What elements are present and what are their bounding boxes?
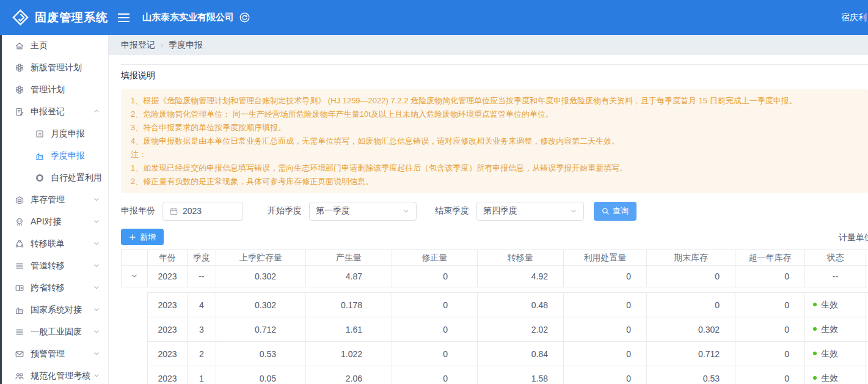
status-label: 生效	[821, 300, 838, 309]
chevron-down-icon	[93, 218, 100, 225]
sidebar-item-national-system[interactable]: 国家系统对接	[2, 299, 108, 321]
sidebar-item-quarterly-report[interactable]: 季度申报	[2, 145, 108, 167]
sidebar-item-label: API对接	[31, 216, 62, 227]
user-name[interactable]: 宿庆利	[841, 12, 868, 23]
breadcrumb: 申报登记 › 季度申报	[109, 35, 868, 55]
logo-block: 固废管理系统	[0, 9, 109, 26]
pipeline-transfer-icon	[15, 261, 24, 271]
start-quarter-select[interactable]: 第一季度	[309, 202, 417, 221]
value-cell: 0	[564, 266, 647, 287]
column-header: 期末库存	[647, 250, 735, 266]
status-cell: 生效	[805, 342, 866, 366]
sidebar-item-label: 管道转移	[31, 260, 65, 271]
chevron-down-icon	[403, 207, 410, 215]
value-cell: 0	[735, 342, 805, 366]
column-header: 利用处置量	[564, 250, 647, 266]
national-system-icon	[15, 305, 24, 315]
panel-divider	[121, 64, 868, 65]
plan-icon	[15, 85, 24, 95]
table-detail-body: 202340.3020.17800.48000生效202330.7121.610…	[148, 293, 868, 384]
summary-row: 2023--0.3024.8704.92000--	[122, 266, 868, 287]
quarter-cell: 2	[188, 342, 216, 366]
sidebar-item-cross-province[interactable]: 跨省转移	[2, 277, 108, 299]
instruction-line: 4、废物申报数据是由本单位日常业务汇总而成，无需单位填写，如废物汇总信息错误，请…	[131, 135, 858, 148]
sidebar-item-home[interactable]: 主页	[2, 35, 108, 57]
value-cell: 1.58	[478, 366, 564, 384]
value-cell: 2.02	[478, 317, 564, 342]
sidebar-item-new-plan[interactable]: 新版管理计划	[2, 57, 108, 79]
value-cell: 0	[392, 342, 478, 366]
app-logo-icon	[12, 9, 29, 26]
app-title: 固废管理系统	[35, 10, 108, 26]
status-cell: 生效	[805, 293, 866, 317]
breadcrumb-item-declaration[interactable]: 申报登记	[121, 40, 155, 51]
sidebar-item-self-disposal[interactable]: 自行处置利用	[2, 167, 108, 189]
year-cell: 2023	[148, 293, 188, 317]
column-header: 修正量	[392, 250, 478, 266]
value-cell: 4.92	[478, 266, 564, 287]
sidebar-item-label: 季度申报	[51, 150, 85, 161]
value-cell: 0	[392, 266, 478, 287]
table-toolbar: 新增 计量单位	[121, 229, 868, 245]
sidebar-item-assessment[interactable]: 规范化管理考核	[2, 365, 108, 384]
chevron-down-icon	[93, 372, 100, 379]
svg-text:月: 月	[38, 132, 42, 137]
sidebar-item-monthly-report[interactable]: 月月度申报	[2, 123, 108, 145]
sidebar-item-label: 新版管理计划	[31, 62, 82, 73]
search-icon	[602, 207, 610, 215]
add-button[interactable]: 新增	[121, 229, 164, 245]
sidebar-item-label: 自行处置利用	[51, 172, 102, 183]
sidebar-item-declaration[interactable]: 申报登记	[2, 101, 108, 123]
value-cell: 0.48	[478, 293, 564, 317]
instruction-line: 2、修正量有负数的是正常现象，具体可参考库存修正页面说明信息。	[131, 175, 858, 188]
refresh-icon[interactable]	[239, 12, 250, 23]
quarterly-report-table: 年份季度上季贮存量产生量修正量转移量利用处置量期末库存超一年库存状态 2023-…	[121, 249, 868, 287]
start-quarter-label: 开始季度	[268, 205, 302, 216]
menu-toggle-icon[interactable]	[117, 13, 130, 23]
status-dot-icon	[813, 303, 817, 306]
api-icon	[15, 217, 24, 227]
instruction-line: 1、如发现已经提交的申报信息填写错误，需向生态环境部门申请删除该季度起往后（包含…	[131, 161, 858, 175]
expand-row-icon[interactable]	[122, 266, 148, 287]
value-cell: 0	[735, 366, 805, 384]
status-cell: 生效	[805, 317, 866, 342]
sidebar-item-pipeline-transfer[interactable]: 管道转移	[2, 255, 108, 277]
instruction-line: 3、符合申报要求的单位按季度按顺序填报。	[131, 121, 858, 135]
breadcrumb-item-quarterly[interactable]: 季度申报	[169, 40, 203, 51]
quarter-cell: 4	[188, 293, 216, 317]
value-cell: 1.022	[306, 342, 392, 366]
plus-icon	[129, 234, 136, 241]
sidebar-item-api[interactable]: API对接	[2, 211, 108, 233]
status-dot-icon	[813, 352, 817, 355]
value-cell: 0	[564, 317, 647, 342]
sidebar-item-general-waste[interactable]: 一般工业固废	[2, 321, 108, 343]
status-cell: 生效	[805, 366, 866, 384]
sidebar-item-alert[interactable]: 预警管理	[2, 343, 108, 365]
status-label: 生效	[821, 373, 838, 383]
sidebar-item-label: 跨省转移	[31, 282, 65, 294]
table-summary-body: 2023--0.3024.8704.92000--	[122, 266, 868, 287]
sidebar-item-label: 月度申报	[51, 128, 85, 139]
column-header: 产生量	[306, 250, 392, 266]
sidebar-item-label: 库存管理	[31, 194, 65, 205]
search-button[interactable]: 查询	[594, 202, 636, 221]
quarter-cell: 1	[188, 366, 216, 384]
sidebar-item-plan[interactable]: 管理计划	[2, 79, 108, 101]
value-cell: 0.53	[216, 342, 306, 366]
sidebar-menu: 主页新版管理计划管理计划申报登记月月度申报季度申报自行处置利用库存管理API对接…	[2, 35, 109, 384]
value-cell: 0.302	[216, 266, 306, 287]
instruction-line: 2、危险废物简化管理单位： 同一生产经营场所危险废物年产生量10t及以上且未纳入…	[131, 108, 858, 121]
value-cell: 0	[564, 342, 647, 366]
sidebar-item-label: 管理计划	[31, 84, 65, 95]
home-icon	[15, 41, 24, 51]
quarter-cell: 3	[188, 317, 216, 342]
year-cell: 2023	[148, 342, 188, 366]
sidebar-item-transfer-manifest[interactable]: 转移联单	[2, 233, 108, 255]
declare-icon	[15, 107, 24, 117]
sidebar-item-label: 预警管理	[31, 349, 65, 360]
year-input[interactable]: 2023	[162, 202, 243, 221]
quarter-detail-table: 202340.3020.17800.48000生效202330.7121.610…	[147, 292, 868, 384]
value-cell: 0.302	[216, 293, 306, 317]
sidebar-item-inventory[interactable]: 库存管理	[2, 189, 108, 211]
end-quarter-select[interactable]: 第四季度	[476, 202, 584, 221]
